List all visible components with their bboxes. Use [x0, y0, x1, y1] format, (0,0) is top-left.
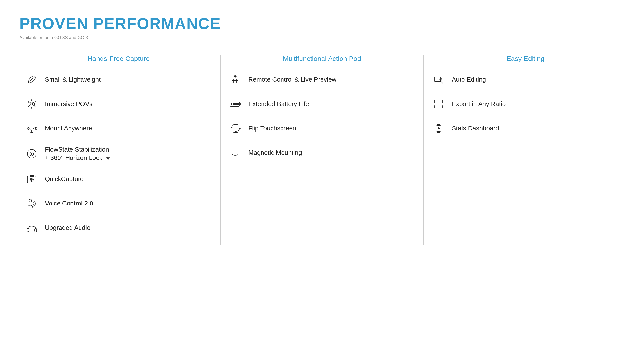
camera-circle-icon	[24, 146, 39, 161]
feature-quickcapture: QuickCapture	[24, 172, 213, 186]
export-ratio-label: Export in Any Ratio	[452, 100, 506, 108]
flip-touchscreen-label: Flip Touchscreen	[248, 124, 296, 133]
upgraded-audio-label: Upgraded Audio	[45, 224, 90, 232]
remote-control-label: Remote Control & Live Preview	[248, 75, 336, 84]
mount-icon	[24, 121, 39, 136]
watch-icon	[431, 121, 446, 136]
auto-editing-label: Auto Editing	[452, 75, 486, 84]
feature-flowstate: FlowState Stabilization+ 360° Horizon Lo…	[24, 146, 213, 162]
quickcapture-label: QuickCapture	[45, 175, 84, 183]
immersive-povs-label: Immersive POVs	[45, 100, 92, 108]
column-header-hands-free: Hands-Free Capture	[24, 55, 213, 63]
column-easy-editing: Easy Editing Auto Editin	[426, 55, 624, 146]
feature-voice-control: Voice Control 2.0	[24, 196, 213, 211]
feature-export-ratio: Export in Any Ratio	[431, 97, 620, 111]
small-lightweight-label: Small & Lightweight	[45, 75, 100, 84]
feature-immersive-povs: Immersive POVs	[24, 97, 213, 111]
column-header-easy-editing: Easy Editing	[431, 55, 620, 63]
voice-icon	[24, 196, 39, 211]
magnetic-mounting-label: Magnetic Mounting	[248, 149, 302, 157]
svg-rect-35	[27, 228, 29, 232]
svg-line-34	[34, 206, 34, 207]
svg-line-66	[440, 79, 440, 81]
feature-magnetic-mounting: Magnetic Mounting	[228, 146, 416, 160]
svg-line-5	[35, 106, 36, 107]
page-title: PROVEN PERFORMANCE	[20, 15, 624, 33]
battery-icon	[228, 97, 242, 111]
feature-auto-editing: Auto Editing	[431, 72, 620, 87]
eye-rays-icon	[24, 97, 39, 111]
magnet-icon	[228, 146, 242, 160]
feature-upgraded-audio: Upgraded Audio	[24, 221, 213, 235]
feature-small-lightweight: Small & Lightweight	[24, 72, 213, 87]
page-subtitle: Available on both GO 3S and GO 3.	[20, 35, 624, 40]
svg-rect-27	[30, 175, 34, 177]
svg-line-6	[35, 101, 36, 102]
feature-extended-battery: Extended Battery Life	[228, 97, 416, 111]
divider-2	[424, 55, 424, 245]
divider-1	[220, 55, 220, 245]
headphones-icon	[24, 221, 39, 235]
auto-edit-icon	[431, 72, 446, 87]
stats-dashboard-label: Stats Dashboard	[452, 124, 499, 133]
feature-remote-control: Remote Control & Live Preview	[228, 72, 416, 87]
svg-rect-47	[233, 103, 235, 105]
svg-point-0	[29, 102, 35, 106]
svg-line-10	[28, 103, 29, 103]
feature-mount-anywhere: Mount Anywhere	[24, 121, 213, 136]
quickcapture-icon	[24, 172, 39, 186]
svg-rect-48	[235, 103, 237, 105]
voice-control-label: Voice Control 2.0	[45, 199, 93, 208]
expand-icon	[431, 97, 446, 111]
svg-line-4	[28, 101, 29, 102]
columns-wrapper: Hands-Free Capture Small & Lightweight	[20, 55, 624, 245]
star-badge: ★	[106, 155, 110, 161]
svg-line-63	[440, 81, 443, 84]
svg-rect-12	[30, 127, 33, 130]
svg-point-25	[31, 153, 32, 155]
feather-icon	[24, 72, 39, 87]
svg-line-11	[34, 105, 35, 106]
column-header-multifunctional: Multifunctional Action Pod	[228, 55, 416, 63]
column-multifunctional: Multifunctional Action Pod	[223, 55, 421, 170]
flip-screen-icon	[228, 121, 242, 136]
column-hands-free: Hands-Free Capture Small & Lightweight	[20, 55, 218, 245]
svg-line-67	[441, 80, 442, 81]
flowstate-label: FlowState Stabilization+ 360° Horizon Lo…	[45, 146, 110, 162]
svg-point-44	[235, 77, 236, 78]
svg-point-33	[29, 199, 32, 202]
svg-rect-36	[35, 228, 36, 232]
extended-battery-label: Extended Battery Life	[248, 100, 309, 108]
svg-point-1	[31, 103, 33, 105]
mount-anywhere-label: Mount Anywhere	[45, 124, 92, 133]
svg-rect-46	[231, 103, 232, 105]
remote-icon	[228, 72, 242, 87]
feature-flip-touchscreen: Flip Touchscreen	[228, 121, 416, 136]
svg-line-7	[28, 106, 29, 107]
svg-rect-49	[237, 103, 238, 105]
feature-stats-dashboard: Stats Dashboard	[431, 121, 620, 136]
svg-point-73	[438, 128, 439, 129]
